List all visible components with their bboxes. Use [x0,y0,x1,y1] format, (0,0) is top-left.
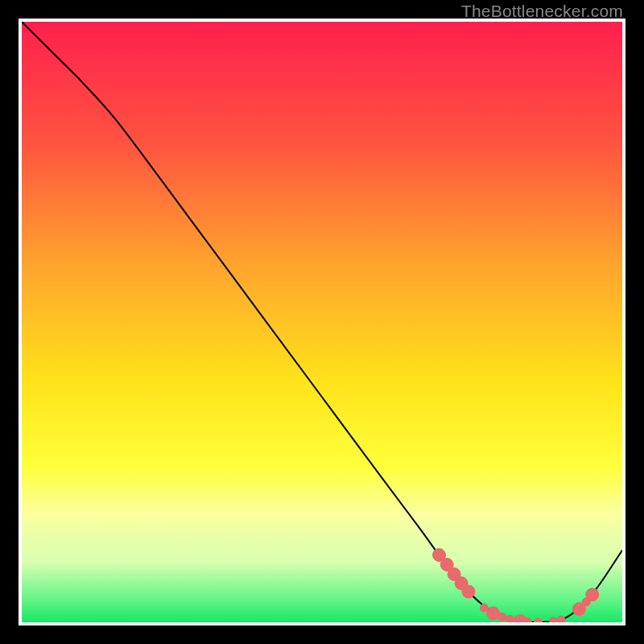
chart-svg [22,22,622,622]
highlight-dot [557,616,565,622]
highlight-dot [487,607,500,620]
gradient-background [22,22,622,622]
watermark-text: TheBottlenecker.com [461,2,623,21]
highlight-dot [523,617,531,622]
highlight-dot [549,617,557,622]
highlight-dot [535,618,543,622]
highlight-dot [462,585,475,598]
highlight-dot [506,615,514,622]
highlight-dot [586,588,599,601]
chart-plot [22,22,622,622]
highlight-dot [498,613,506,621]
